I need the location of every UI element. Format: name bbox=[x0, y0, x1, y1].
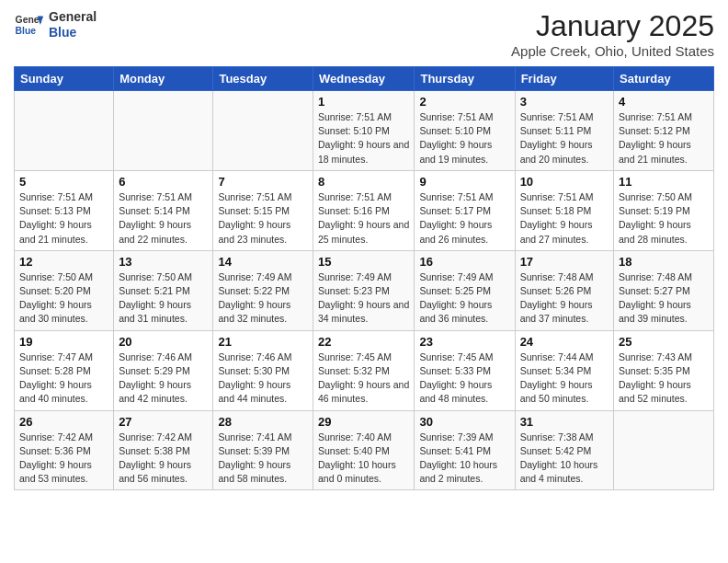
calendar-cell: 8Sunrise: 7:51 AM Sunset: 5:16 PM Daylig… bbox=[313, 170, 415, 250]
day-info: Sunrise: 7:51 AM Sunset: 5:17 PM Dayligh… bbox=[419, 190, 509, 247]
day-info: Sunrise: 7:49 AM Sunset: 5:23 PM Dayligh… bbox=[318, 270, 409, 327]
calendar-cell: 25Sunrise: 7:43 AM Sunset: 5:35 PM Dayli… bbox=[614, 330, 714, 410]
day-number: 10 bbox=[520, 175, 609, 189]
day-number: 29 bbox=[318, 415, 409, 429]
day-number: 26 bbox=[19, 415, 108, 429]
calendar-cell: 6Sunrise: 7:51 AM Sunset: 5:14 PM Daylig… bbox=[114, 170, 213, 250]
day-number: 22 bbox=[318, 335, 409, 349]
day-number: 1 bbox=[318, 95, 409, 109]
day-info: Sunrise: 7:38 AM Sunset: 5:42 PM Dayligh… bbox=[520, 431, 609, 487]
calendar-cell: 12Sunrise: 7:50 AM Sunset: 5:20 PM Dayli… bbox=[15, 250, 114, 330]
calendar-cell: 13Sunrise: 7:50 AM Sunset: 5:21 PM Dayli… bbox=[114, 250, 213, 330]
day-number: 3 bbox=[520, 95, 609, 109]
day-number: 30 bbox=[419, 415, 509, 429]
calendar-header-row: SundayMondayTuesdayWednesdayThursdayFrid… bbox=[15, 67, 714, 91]
calendar-cell bbox=[114, 91, 213, 171]
day-number: 23 bbox=[419, 335, 509, 349]
day-info: Sunrise: 7:45 AM Sunset: 5:33 PM Dayligh… bbox=[419, 350, 509, 407]
day-number: 13 bbox=[119, 255, 208, 269]
day-number: 12 bbox=[19, 255, 108, 269]
week-row-5: 26Sunrise: 7:42 AM Sunset: 5:36 PM Dayli… bbox=[15, 410, 714, 490]
main-container: General Blue General Blue January 2025 A… bbox=[0, 0, 728, 500]
day-number: 15 bbox=[318, 255, 409, 269]
day-number: 20 bbox=[119, 335, 208, 349]
day-info: Sunrise: 7:45 AM Sunset: 5:32 PM Dayligh… bbox=[318, 350, 409, 407]
day-info: Sunrise: 7:48 AM Sunset: 5:26 PM Dayligh… bbox=[520, 270, 609, 327]
day-info: Sunrise: 7:49 AM Sunset: 5:25 PM Dayligh… bbox=[419, 270, 509, 327]
day-info: Sunrise: 7:42 AM Sunset: 5:36 PM Dayligh… bbox=[19, 431, 108, 487]
week-row-3: 12Sunrise: 7:50 AM Sunset: 5:20 PM Dayli… bbox=[15, 250, 714, 330]
day-number: 28 bbox=[218, 415, 308, 429]
location-title: Apple Creek, Ohio, United States bbox=[511, 43, 714, 59]
calendar-cell: 5Sunrise: 7:51 AM Sunset: 5:13 PM Daylig… bbox=[15, 170, 114, 250]
month-title: January 2025 bbox=[511, 9, 714, 43]
day-number: 31 bbox=[520, 415, 609, 429]
day-number: 6 bbox=[119, 175, 208, 189]
day-number: 25 bbox=[619, 335, 709, 349]
day-number: 19 bbox=[19, 335, 108, 349]
calendar-cell: 18Sunrise: 7:48 AM Sunset: 5:27 PM Dayli… bbox=[614, 250, 714, 330]
day-info: Sunrise: 7:51 AM Sunset: 5:10 PM Dayligh… bbox=[419, 110, 509, 167]
day-header-tuesday: Tuesday bbox=[213, 67, 313, 91]
day-info: Sunrise: 7:51 AM Sunset: 5:15 PM Dayligh… bbox=[218, 190, 308, 247]
calendar-cell: 24Sunrise: 7:44 AM Sunset: 5:34 PM Dayli… bbox=[515, 330, 613, 410]
calendar-cell: 16Sunrise: 7:49 AM Sunset: 5:25 PM Dayli… bbox=[415, 250, 515, 330]
calendar-cell bbox=[213, 91, 313, 171]
day-info: Sunrise: 7:51 AM Sunset: 5:18 PM Dayligh… bbox=[520, 190, 609, 247]
calendar-cell: 2Sunrise: 7:51 AM Sunset: 5:10 PM Daylig… bbox=[415, 91, 515, 171]
day-header-wednesday: Wednesday bbox=[313, 67, 415, 91]
day-number: 9 bbox=[419, 175, 509, 189]
day-number: 11 bbox=[619, 175, 709, 189]
calendar-cell: 10Sunrise: 7:51 AM Sunset: 5:18 PM Dayli… bbox=[515, 170, 613, 250]
day-number: 14 bbox=[218, 255, 308, 269]
day-info: Sunrise: 7:51 AM Sunset: 5:12 PM Dayligh… bbox=[619, 110, 709, 167]
day-info: Sunrise: 7:50 AM Sunset: 5:21 PM Dayligh… bbox=[119, 270, 208, 327]
day-number: 4 bbox=[619, 95, 709, 109]
day-info: Sunrise: 7:49 AM Sunset: 5:22 PM Dayligh… bbox=[218, 270, 308, 327]
day-info: Sunrise: 7:50 AM Sunset: 5:20 PM Dayligh… bbox=[19, 270, 108, 327]
day-info: Sunrise: 7:44 AM Sunset: 5:34 PM Dayligh… bbox=[520, 350, 609, 407]
calendar-cell: 9Sunrise: 7:51 AM Sunset: 5:17 PM Daylig… bbox=[415, 170, 515, 250]
day-number: 18 bbox=[619, 255, 709, 269]
day-number: 21 bbox=[218, 335, 308, 349]
day-info: Sunrise: 7:46 AM Sunset: 5:30 PM Dayligh… bbox=[218, 350, 308, 407]
day-header-sunday: Sunday bbox=[15, 67, 114, 91]
day-info: Sunrise: 7:40 AM Sunset: 5:40 PM Dayligh… bbox=[318, 431, 409, 487]
day-number: 7 bbox=[218, 175, 308, 189]
day-info: Sunrise: 7:47 AM Sunset: 5:28 PM Dayligh… bbox=[19, 350, 108, 407]
calendar-cell: 26Sunrise: 7:42 AM Sunset: 5:36 PM Dayli… bbox=[15, 410, 114, 490]
day-number: 2 bbox=[419, 95, 509, 109]
day-header-thursday: Thursday bbox=[415, 67, 515, 91]
calendar-table: SundayMondayTuesdayWednesdayThursdayFrid… bbox=[14, 66, 714, 490]
calendar-cell: 17Sunrise: 7:48 AM Sunset: 5:26 PM Dayli… bbox=[515, 250, 613, 330]
day-info: Sunrise: 7:51 AM Sunset: 5:10 PM Dayligh… bbox=[318, 110, 409, 167]
day-info: Sunrise: 7:51 AM Sunset: 5:14 PM Dayligh… bbox=[119, 190, 208, 247]
day-info: Sunrise: 7:46 AM Sunset: 5:29 PM Dayligh… bbox=[119, 350, 208, 407]
title-block: January 2025 Apple Creek, Ohio, United S… bbox=[511, 9, 714, 59]
calendar-cell: 7Sunrise: 7:51 AM Sunset: 5:15 PM Daylig… bbox=[213, 170, 313, 250]
calendar-cell: 19Sunrise: 7:47 AM Sunset: 5:28 PM Dayli… bbox=[15, 330, 114, 410]
day-number: 5 bbox=[19, 175, 108, 189]
week-row-4: 19Sunrise: 7:47 AM Sunset: 5:28 PM Dayli… bbox=[15, 330, 714, 410]
week-row-1: 1Sunrise: 7:51 AM Sunset: 5:10 PM Daylig… bbox=[15, 91, 714, 171]
logo: General Blue General Blue bbox=[14, 9, 97, 40]
day-number: 24 bbox=[520, 335, 609, 349]
calendar-cell: 20Sunrise: 7:46 AM Sunset: 5:29 PM Dayli… bbox=[114, 330, 213, 410]
calendar-cell: 1Sunrise: 7:51 AM Sunset: 5:10 PM Daylig… bbox=[313, 91, 415, 171]
day-info: Sunrise: 7:43 AM Sunset: 5:35 PM Dayligh… bbox=[619, 350, 709, 407]
logo-icon: General Blue bbox=[14, 10, 43, 40]
calendar-cell: 31Sunrise: 7:38 AM Sunset: 5:42 PM Dayli… bbox=[515, 410, 613, 490]
calendar-cell: 15Sunrise: 7:49 AM Sunset: 5:23 PM Dayli… bbox=[313, 250, 415, 330]
calendar-cell: 14Sunrise: 7:49 AM Sunset: 5:22 PM Dayli… bbox=[213, 250, 313, 330]
day-info: Sunrise: 7:48 AM Sunset: 5:27 PM Dayligh… bbox=[619, 270, 709, 327]
calendar-cell bbox=[614, 410, 714, 490]
day-number: 16 bbox=[419, 255, 509, 269]
calendar-cell: 28Sunrise: 7:41 AM Sunset: 5:39 PM Dayli… bbox=[213, 410, 313, 490]
day-info: Sunrise: 7:51 AM Sunset: 5:11 PM Dayligh… bbox=[520, 110, 609, 167]
calendar-cell: 30Sunrise: 7:39 AM Sunset: 5:41 PM Dayli… bbox=[415, 410, 515, 490]
calendar-cell: 4Sunrise: 7:51 AM Sunset: 5:12 PM Daylig… bbox=[614, 91, 714, 171]
day-header-friday: Friday bbox=[515, 67, 613, 91]
day-header-monday: Monday bbox=[114, 67, 213, 91]
day-info: Sunrise: 7:51 AM Sunset: 5:16 PM Dayligh… bbox=[318, 190, 409, 247]
week-row-2: 5Sunrise: 7:51 AM Sunset: 5:13 PM Daylig… bbox=[15, 170, 714, 250]
